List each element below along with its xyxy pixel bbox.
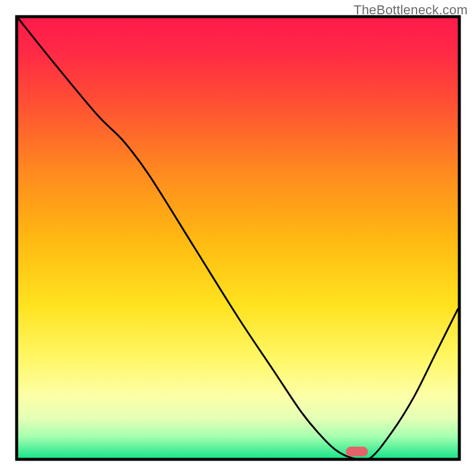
optimal-marker [346, 447, 368, 456]
watermark-text: TheBottleneck.com [353, 2, 468, 18]
plot-background [18, 18, 458, 458]
bottleneck-chart [0, 0, 476, 476]
chart-frame: TheBottleneck.com [0, 0, 476, 476]
